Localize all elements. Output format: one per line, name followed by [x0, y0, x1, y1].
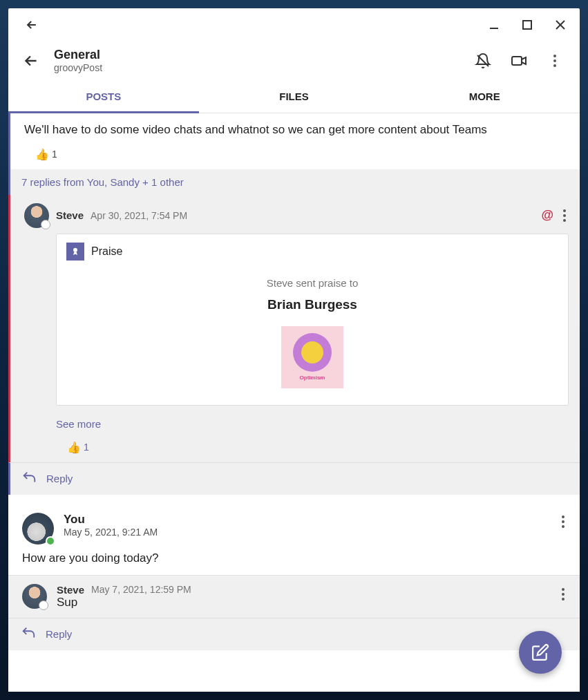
channel-title: General [54, 48, 472, 63]
author-name: Steve [57, 584, 84, 596]
reply-arrow-icon [21, 470, 37, 488]
tab-posts[interactable]: POSTS [8, 80, 199, 113]
more-options-icon[interactable] [544, 50, 566, 72]
praise-badge-icon [66, 243, 84, 261]
avatar[interactable] [22, 513, 54, 545]
reply-bar: Reply [8, 618, 580, 650]
avatar[interactable] [22, 584, 47, 609]
replies-summary[interactable]: 7 replies from You, Sandy + 1 other [8, 169, 580, 195]
message-text: We'll have to do some video chats and wh… [24, 122, 569, 138]
svg-point-6 [73, 248, 77, 252]
compose-button[interactable] [519, 631, 562, 674]
maximize-button[interactable] [518, 15, 537, 35]
avatar[interactable] [24, 203, 49, 228]
reactions-bar[interactable]: 👍 1 [35, 148, 569, 161]
nav-back-button[interactable] [22, 15, 41, 35]
minimize-button[interactable] [484, 15, 504, 35]
tabs: POSTS FILES MORE [8, 80, 580, 113]
reply-button[interactable]: Reply [46, 473, 73, 484]
team-name: groovyPost [54, 62, 472, 74]
reactions-bar[interactable]: 👍 1 [67, 441, 569, 454]
praise-sticker: Optimism [281, 326, 343, 388]
reply-arrow-icon [21, 625, 36, 643]
channel-header: General groovyPost [8, 41, 580, 80]
title-bar [8, 8, 580, 41]
svg-rect-1 [523, 21, 531, 29]
message-more-icon[interactable] [560, 207, 569, 225]
message-more-icon[interactable] [559, 585, 567, 603]
sticker-label: Optimism [300, 375, 325, 381]
close-button[interactable] [551, 15, 570, 35]
thumbs-up-icon: 👍 [67, 441, 81, 454]
sticker-sun-icon [293, 333, 332, 372]
app-window: General groovyPost POSTS FILES MORE We'l… [8, 8, 580, 692]
timestamp: May 5, 2021, 9:21 AM [64, 527, 549, 538]
timestamp: May 7, 2021, 12:59 PM [91, 584, 191, 595]
reply-message[interactable]: Steve May 7, 2021, 12:59 PM Sup [8, 575, 580, 618]
reply-message[interactable]: Steve Apr 30, 2021, 7:54 PM @ Praise Ste… [8, 195, 580, 462]
praise-sent-text: Steve sent praise to [66, 277, 558, 289]
content-area: We'll have to do some video chats and wh… [8, 113, 580, 692]
reply-bar: Reply [8, 462, 580, 495]
author-name: Steve [56, 209, 84, 221]
reaction-count: 1 [52, 149, 57, 160]
message-text: How are you doing today? [22, 551, 567, 565]
presence-offline-icon [41, 220, 50, 229]
see-more-link[interactable]: See more [56, 418, 569, 430]
mention-icon: @ [541, 208, 553, 223]
svg-rect-5 [512, 57, 522, 65]
tab-more[interactable]: MORE [389, 80, 580, 113]
reply-button[interactable]: Reply [46, 628, 72, 640]
message-more-icon[interactable] [559, 513, 567, 531]
presence-online-icon [46, 536, 55, 546]
author-name: You [64, 513, 549, 527]
timestamp: Apr 30, 2021, 7:54 PM [91, 210, 187, 221]
notifications-icon[interactable] [472, 50, 494, 72]
reaction-count: 1 [84, 442, 89, 453]
tab-files[interactable]: FILES [199, 80, 390, 113]
back-button[interactable] [22, 52, 40, 70]
praise-recipient: Brian Burgess [66, 297, 558, 312]
praise-label: Praise [91, 245, 122, 258]
video-call-icon[interactable] [508, 50, 530, 72]
thumbs-up-icon: 👍 [35, 148, 49, 161]
thread-message[interactable]: We'll have to do some video chats and wh… [8, 113, 580, 169]
message-text: Sup [57, 596, 567, 609]
praise-card: Praise Steve sent praise to Brian Burges… [56, 234, 569, 406]
thread-message[interactable]: You May 5, 2021, 9:21 AM How are you doi… [8, 503, 580, 575]
presence-offline-icon [39, 600, 48, 610]
